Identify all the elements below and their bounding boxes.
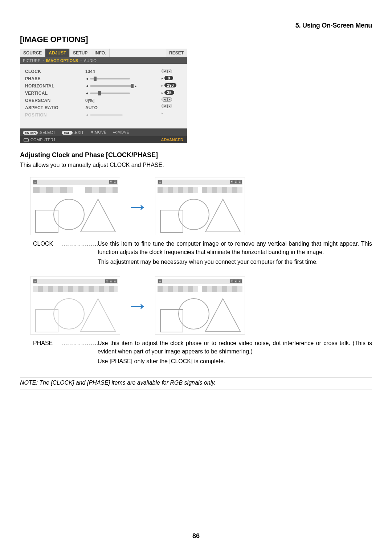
- arrow-right-icon: →: [127, 293, 148, 318]
- illustration-clock: –▾▴ → –▾▴▴: [30, 177, 372, 235]
- subtab-picture[interactable]: PICTURE: [23, 58, 40, 63]
- slider-horizontal[interactable]: ◄▸: [85, 83, 156, 89]
- subtab-sep-icon: •: [42, 59, 44, 63]
- tab-adjust[interactable]: ADJUST: [45, 49, 70, 57]
- mode-label: ADVANCED: [161, 138, 183, 142]
- def-clock: CLOCK ................... Use this item …: [33, 239, 372, 268]
- menu-item-horizontal[interactable]: HORIZONTAL: [25, 83, 79, 89]
- enter-pill: ENTER: [23, 131, 38, 135]
- slider-phase[interactable]: ◄: [85, 76, 156, 81]
- illustration-bad-clock: –▾▴: [30, 177, 120, 235]
- def-term: CLOCK: [33, 239, 61, 268]
- shapes-icon: [33, 195, 118, 234]
- menu-item-clock[interactable]: CLOCK: [25, 69, 79, 74]
- def-dots: ...................: [61, 339, 98, 367]
- note-text: NOTE: The [CLOCK] and [PHASE] items are …: [20, 379, 372, 388]
- tab-setup[interactable]: SETUP: [70, 49, 91, 57]
- arrows-aspect[interactable]: ◄ | ▸: [162, 104, 172, 108]
- subtab-image-options[interactable]: IMAGE OPTIONS: [46, 58, 78, 63]
- subtab-sep-icon: •: [80, 59, 82, 63]
- def-dots: ...................: [61, 239, 98, 268]
- svg-marker-8: [81, 299, 115, 331]
- arrows-overscan[interactable]: ◄ | ▸: [162, 97, 172, 102]
- move-ud-icon: ⬍:MOVE: [90, 130, 106, 135]
- menu-item-overscan[interactable]: OVERSCAN: [25, 98, 79, 103]
- svg-marker-2: [81, 199, 115, 232]
- value-clock: 1344: [85, 69, 156, 74]
- svg-marker-11: [205, 299, 240, 331]
- illustration-good-phase: –▾▴▴: [155, 276, 245, 335]
- menu-item-vertical[interactable]: VERTICAL: [25, 91, 79, 96]
- menu-item-aspect[interactable]: ASPECT RATIO: [25, 105, 79, 110]
- source-label: COMPUTER1: [30, 138, 56, 142]
- svg-rect-0: [36, 210, 58, 233]
- osd-panel: SOURCE ADJUST SETUP INFO. RESET PICTURE …: [20, 49, 187, 143]
- svg-rect-6: [36, 310, 58, 332]
- subtab-audio[interactable]: AUDIO: [84, 58, 97, 63]
- note-rule: [20, 377, 372, 377]
- value-phase: 8: [164, 76, 173, 80]
- subsection-intro: This allows you to manually adjust CLOCK…: [20, 162, 372, 168]
- svg-rect-3: [160, 210, 183, 233]
- arrow-right-icon: →: [127, 194, 148, 219]
- tab-reset[interactable]: RESET: [166, 49, 187, 57]
- page-number: 86: [0, 532, 392, 540]
- section-title: [IMAGE OPTIONS]: [20, 35, 372, 44]
- osd-subtabs: PICTURE • IMAGE OPTIONS • AUDIO: [20, 57, 187, 64]
- osd-footer: ENTER:SELECT EXIT:EXIT ⬍:MOVE ⬌:MOVE: [20, 128, 187, 136]
- value-overscan: 0[%]: [85, 98, 156, 103]
- value-vertical: 35: [164, 90, 174, 95]
- move-lr-icon: ⬌:MOVE: [113, 130, 129, 135]
- shapes-icon: [158, 294, 243, 333]
- svg-rect-9: [160, 310, 183, 332]
- exit-pill: EXIT: [62, 131, 73, 135]
- illustration-phase: –▾▴▴ → –▾▴▴: [30, 276, 372, 335]
- osd-top-tabs: SOURCE ADJUST SETUP INFO. RESET: [20, 49, 187, 57]
- slider-vertical[interactable]: ◄: [85, 91, 156, 96]
- exit-label: :EXIT: [74, 130, 84, 135]
- slider-position: ◄: [85, 112, 156, 118]
- shapes-icon: [158, 195, 243, 234]
- def-body-line: Use [PHASE] only after the [CLOCK] is co…: [98, 357, 372, 365]
- arrows-clock[interactable]: ◄ | ▸: [162, 69, 172, 73]
- def-body-line: Use this item to adjust the clock phase …: [98, 339, 372, 356]
- tab-info[interactable]: INFO.: [91, 49, 110, 57]
- def-term: PHASE: [33, 339, 61, 367]
- tab-source[interactable]: SOURCE: [20, 49, 45, 57]
- shapes-icon: [33, 294, 118, 333]
- menu-item-position: POSITION: [25, 112, 79, 118]
- def-body-line: This adjustment may be necessary when yo…: [98, 258, 372, 266]
- enter-label: :SELECT: [39, 130, 56, 135]
- subsection-heading: Adjusting Clock and Phase [CLOCK/PHASE]: [20, 151, 372, 159]
- chapter-heading: 5. Using On-Screen Menu: [20, 22, 372, 31]
- osd-footer2: COMPUTER1 ADVANCED: [20, 136, 187, 143]
- def-phase: PHASE ................... Use this item …: [33, 339, 372, 367]
- illustration-bad-phase: –▾▴▴: [30, 276, 120, 335]
- source-icon: [24, 138, 29, 142]
- note-rule: [20, 389, 372, 389]
- value-horizontal: 290: [164, 83, 176, 87]
- value-aspect: AUTO: [85, 105, 156, 110]
- svg-marker-5: [205, 199, 240, 232]
- illustration-good-clock: –▾▴▴: [155, 177, 245, 235]
- menu-item-phase[interactable]: PHASE: [25, 76, 79, 81]
- def-body-line: Use this item to fine tune the computer …: [98, 239, 372, 256]
